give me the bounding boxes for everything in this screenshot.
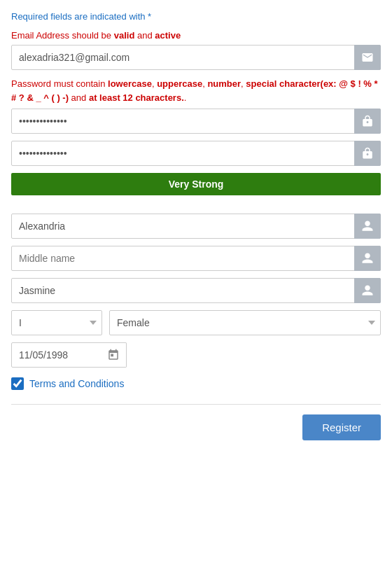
password-input[interactable] (11, 109, 381, 134)
bottom-bar: Register (11, 404, 381, 440)
email-input-wrapper (11, 45, 381, 70)
selects-row: I Mr Mrs Ms Dr Female Male Other (11, 310, 381, 335)
password-notice: Password must contain lowercase, upperca… (11, 77, 381, 104)
middle-name-person-icon (354, 246, 381, 271)
email-icon (354, 45, 381, 70)
confirm-password-input-wrapper (11, 141, 381, 166)
last-name-input[interactable] (11, 278, 381, 303)
middle-name-input-wrapper (11, 246, 381, 271)
first-name-input-wrapper (11, 214, 381, 239)
password-input-wrapper (11, 109, 381, 134)
gender-select-wrapper: Female Male Other (109, 310, 381, 335)
password-strength-bar: Very Strong (11, 173, 381, 195)
last-name-person-icon (354, 278, 381, 303)
first-name-person-icon (354, 214, 381, 239)
last-name-input-wrapper (11, 278, 381, 303)
gender-select[interactable]: Female Male Other (109, 310, 381, 335)
register-button[interactable]: Register (302, 414, 381, 440)
confirm-password-lock-icon (354, 141, 381, 166)
calendar-icon[interactable] (100, 342, 127, 368)
confirm-password-input[interactable] (11, 141, 381, 166)
birthdate-wrapper (11, 342, 127, 368)
email-input[interactable] (11, 45, 381, 70)
terms-row: Terms and Conditions (11, 377, 381, 390)
title-select[interactable]: I Mr Mrs Ms Dr (11, 310, 102, 335)
required-notice: Required fields are indicated with * (11, 11, 381, 22)
email-notice: Email Address should be valid and active (11, 30, 381, 41)
password-lock-icon (354, 109, 381, 134)
first-name-input[interactable] (11, 214, 381, 239)
middle-name-input[interactable] (11, 246, 381, 271)
title-select-wrapper: I Mr Mrs Ms Dr (11, 310, 102, 335)
terms-label[interactable]: Terms and Conditions (29, 378, 124, 389)
terms-checkbox[interactable] (11, 377, 24, 390)
